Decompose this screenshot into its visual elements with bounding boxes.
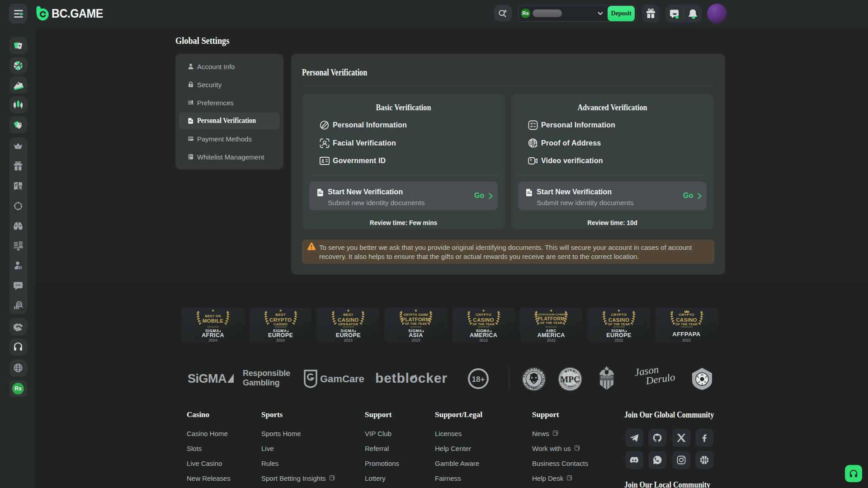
svg-text:MPC: MPC <box>560 375 580 384</box>
svg-text:18+: 18+ <box>472 375 485 384</box>
svg-text:O'HIGGINS: O'HIGGINS <box>599 377 614 380</box>
